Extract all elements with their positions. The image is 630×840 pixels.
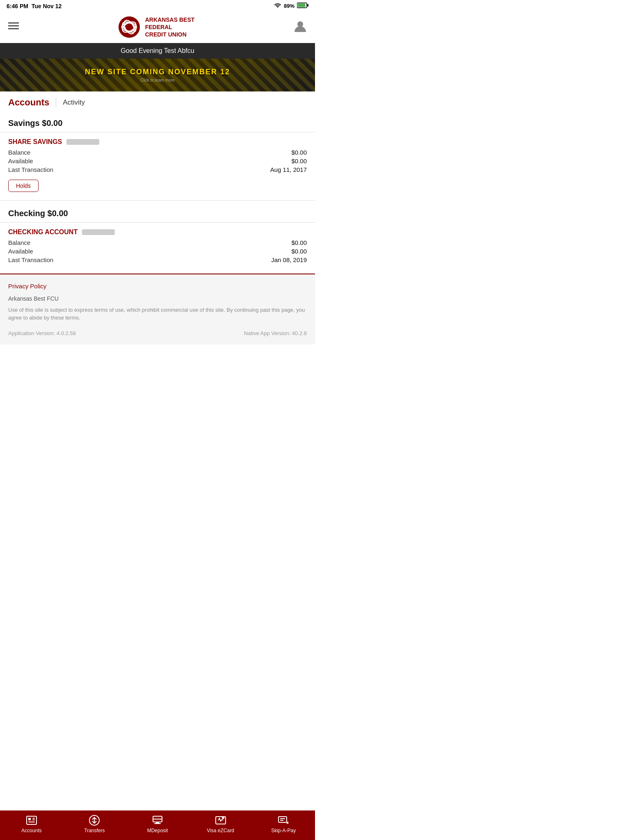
share-savings-name[interactable]: SHARE SAVINGS (8, 138, 307, 146)
checking-account-name[interactable]: CHECKING ACCOUNT (8, 228, 307, 236)
svg-point-12 (297, 21, 303, 27)
holds-button[interactable]: Holds (8, 180, 39, 192)
checking-account-number-redacted (82, 229, 115, 235)
checking-section-header: Checking $0.00 (0, 201, 315, 223)
app-version: Application Version: 4.0.2.58 (8, 330, 76, 336)
footer-info: Privacy Policy Arkansas Best FCU Use of … (0, 274, 315, 345)
share-savings-card: SHARE SAVINGS Balance $0.00 Available $0… (0, 132, 315, 201)
svg-rect-3 (298, 4, 306, 7)
checking-account-card: CHECKING ACCOUNT Balance $0.00 Available… (0, 223, 315, 274)
tabs-bar: Accounts Activity (0, 91, 315, 110)
tab-divider (56, 98, 56, 107)
battery-icon (297, 2, 308, 9)
native-version: Native App Version: 40.2.6 (244, 330, 307, 336)
battery-indicator: 89% (284, 3, 294, 9)
logo-area: ARKANSAS BEST FEDERAL CREDIT UNION (118, 16, 195, 39)
status-bar: 6:46 PM Tue Nov 12 89% (0, 0, 315, 12)
hamburger-menu-button[interactable] (8, 22, 19, 32)
savings-section-header: Savings $0.00 (0, 110, 315, 132)
promo-banner-text: NEW SITE COMING NOVEMBER 12 (0, 68, 315, 76)
savings-available-row: Available $0.00 (8, 158, 307, 164)
status-time-date: 6:46 PM Tue Nov 12 (7, 3, 62, 9)
svg-rect-2 (307, 4, 308, 7)
user-profile-button[interactable] (294, 20, 307, 34)
logo-icon (118, 16, 140, 38)
svg-point-0 (277, 7, 278, 8)
greeting-banner: Good Evening Test Abfcu (0, 43, 315, 59)
footer-versions: Application Version: 4.0.2.58 Native App… (8, 330, 307, 336)
promo-banner[interactable]: NEW SITE COMING NOVEMBER 12 Click to lea… (0, 59, 315, 91)
share-savings-number-redacted (66, 139, 99, 145)
privacy-policy-link[interactable]: Privacy Policy (8, 283, 307, 290)
promo-sub-text: Click to learn more (0, 78, 315, 82)
tab-accounts[interactable]: Accounts (8, 97, 49, 108)
footer-terms-text: Use of this site is subject to express t… (8, 306, 307, 322)
footer-company-name: Arkansas Best FCU (8, 295, 307, 302)
wifi-icon (274, 2, 281, 9)
checking-last-transaction-row: Last Transaction Jan 08, 2019 (8, 256, 307, 263)
logo-text: ARKANSAS BEST FEDERAL CREDIT UNION (145, 16, 195, 39)
savings-last-transaction-row: Last Transaction Aug 11, 2017 (8, 166, 307, 173)
status-indicators: 89% (274, 2, 308, 9)
tab-activity[interactable]: Activity (63, 98, 85, 107)
savings-balance-row: Balance $0.00 (8, 149, 307, 156)
header: ARKANSAS BEST FEDERAL CREDIT UNION (0, 12, 315, 43)
checking-available-row: Available $0.00 (8, 248, 307, 255)
checking-balance-row: Balance $0.00 (8, 239, 307, 246)
